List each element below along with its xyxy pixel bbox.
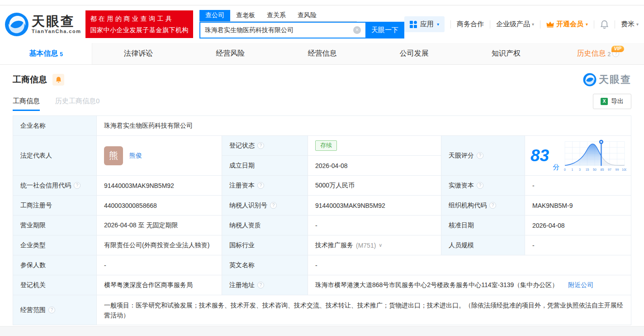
business-info-table: 企业名称 珠海君实生物医药科技有限公司 法定代表人 熊 熊俊 登记状态 ? 存续… <box>13 115 631 325</box>
business-scope-label-cell: 经营范围 ? <box>13 295 97 325</box>
search-tab-company[interactable]: 查公司 <box>199 10 230 21</box>
subtab-history-business-info[interactable]: 历史工商信息0 <box>55 97 99 111</box>
industry-value: 技术推广服务 <box>315 241 353 250</box>
search-row: × 天眼一下 <box>199 22 404 38</box>
nearby-companies-link[interactable]: 附近公司 <box>568 281 593 289</box>
tab-company-development[interactable]: 公司发展 <box>368 43 460 64</box>
subtab-business-info[interactable]: 工商信息 <box>13 97 40 111</box>
status-badge: 存续 <box>315 140 337 151</box>
subscribe-bell-icon[interactable] <box>52 74 64 86</box>
industry-code: (M751) <box>356 242 376 249</box>
reg-status-label-cell: 登记状态 ? <box>222 136 308 156</box>
subtab-row: 工商信息 历史工商信息0 X 导出 <box>13 94 631 111</box>
uscc-label-cell: 统一社会信用代码 ? <box>13 176 97 196</box>
est-date-value: 2026-04-08 <box>308 156 441 176</box>
brand-name: 天眼查 <box>32 14 81 28</box>
business-term-label: 营业期限 <box>13 216 97 235</box>
tab-label: 法律诉讼 <box>124 49 153 58</box>
legal-rep-cell: 熊 熊俊 <box>97 136 222 176</box>
company-tab-bar: 基本信息 5 法律诉讼 经营风险 经营信息 公司发展 知识产权 VIP 历史信息… <box>0 43 644 65</box>
brand-slogan: 都在用的商业查询工具 国家中小企业发展子基金旗下机构 <box>85 10 193 38</box>
reg-status-label: 登记状态 <box>229 142 255 150</box>
brand-domain: TianYanCha.com <box>32 29 81 34</box>
english-name-label: 英文名称 <box>222 255 308 275</box>
tab-count: 5 <box>60 51 63 58</box>
help-icon[interactable]: ? <box>477 182 483 189</box>
legal-rep-avatar[interactable]: 熊 <box>104 146 123 165</box>
open-vip-button[interactable]: 开通会员 ▾ <box>546 20 588 29</box>
export-button[interactable]: X 导出 <box>593 94 631 109</box>
search-tab-boss[interactable]: 查老板 <box>230 10 261 21</box>
search-tab-risk[interactable]: 查风险 <box>292 10 322 21</box>
help-icon[interactable]: ? <box>257 142 264 149</box>
company-name-value: 珠海君实生物医药科技有限公司 <box>97 116 631 136</box>
nav-divider <box>450 20 451 29</box>
company-type-label: 企业类型 <box>13 235 97 255</box>
staff-size-value: - <box>525 235 631 255</box>
score-distribution-chart: 0 1 3 15 50 85 97 99 100 <box>563 138 626 173</box>
taxpayer-id-label: 纳税人识别号 <box>229 202 267 210</box>
help-icon[interactable]: ? <box>270 202 277 209</box>
excel-icon: X <box>601 98 608 105</box>
legal-rep-link[interactable]: 熊俊 <box>129 152 142 160</box>
section-header: 工商信息 天眼查 <box>0 73 644 86</box>
enterprise-label: 企业级产品 <box>496 20 530 29</box>
username: 费米 <box>621 20 635 29</box>
search-tab-relation[interactable]: 查关系 <box>261 10 292 21</box>
svg-text:85: 85 <box>601 168 604 171</box>
apps-menu-button[interactable]: 应用 ▾ <box>404 16 445 32</box>
nav-cooperation[interactable]: 商务合作 <box>457 20 484 29</box>
help-icon[interactable]: ? <box>489 202 496 209</box>
chevron-down-icon: ▾ <box>437 22 439 27</box>
help-icon[interactable]: ? <box>48 307 55 313</box>
section-title: 工商信息 <box>13 74 47 86</box>
reg-authority-value: 横琴粤澳深度合作区商事服务局 <box>97 275 222 295</box>
tab-operating-info[interactable]: 经营信息 <box>276 43 368 64</box>
help-icon[interactable]: ? <box>74 182 80 189</box>
user-menu[interactable]: 费米 ▾ <box>621 20 639 29</box>
search-button[interactable]: 天眼一下 <box>365 22 404 38</box>
score-label: 天眼评分 <box>449 152 474 160</box>
business-info-section: 工商信息 天眼查 工商信息 历史工商信息0 X 导出 企业名称 珠海君实生物医药… <box>0 65 644 325</box>
watermark-text: 天眼查 <box>599 73 631 86</box>
help-icon[interactable]: ? <box>257 282 264 288</box>
address-cell: 珠海市横琴港澳大道868号市民服务中心2号楼政务服务中心114室-3139（集中… <box>308 275 631 295</box>
tab-intellectual-property[interactable]: 知识产权 <box>460 43 552 64</box>
svg-text:50: 50 <box>593 168 597 171</box>
business-scope-label: 经营范围 <box>20 306 46 314</box>
approval-date-label: 核准日期 <box>441 216 525 235</box>
industry-cell: 技术推广服务 (M751) ∨ <box>308 235 441 255</box>
industry-label: 国标行业 <box>222 235 308 255</box>
watermark-logo-icon <box>583 73 597 86</box>
svg-text:1: 1 <box>572 168 573 171</box>
svg-text:15: 15 <box>586 168 589 171</box>
export-label: 导出 <box>611 97 624 106</box>
score-unit: 分 <box>553 163 559 172</box>
tianyancha-logo-icon <box>5 12 29 37</box>
org-code-label-cell: 组织机构代码 ? <box>441 196 525 216</box>
paid-capital-label: 实缴资本 <box>449 182 474 190</box>
english-name-value: - <box>308 255 631 275</box>
tab-legal-litigation[interactable]: 法律诉讼 <box>92 43 184 64</box>
search-box: 查公司 查老板 查关系 查风险 × 天眼一下 <box>199 10 404 38</box>
search-input[interactable] <box>199 22 365 38</box>
address-label-cell: 注册地址 ? <box>222 275 308 295</box>
business-term-value: 2026-04-08 至 无固定期限 <box>97 216 222 235</box>
clear-icon[interactable]: × <box>353 26 361 34</box>
tianyancha-logo[interactable]: 天眼查 TianYanCha.com <box>5 12 81 37</box>
reg-authority-label: 登记机关 <box>13 275 97 295</box>
paid-capital-value: - <box>525 176 631 196</box>
tab-label: 知识产权 <box>492 49 521 58</box>
chevron-down-icon[interactable]: ∨ <box>379 242 382 248</box>
help-icon[interactable]: ? <box>257 182 264 189</box>
chevron-down-icon: ▾ <box>636 22 639 27</box>
tab-history-info[interactable]: VIP 历史信息 2 ? <box>552 43 644 64</box>
tab-operating-risk[interactable]: 经营风险 <box>185 43 276 64</box>
search-tabs: 查公司 查老板 查关系 查风险 <box>199 10 357 22</box>
tab-basic-info[interactable]: 基本信息 5 <box>0 43 92 64</box>
tab-label: 经营风险 <box>216 49 245 58</box>
nav-enterprise-products[interactable]: 企业级产品 ▾ <box>496 20 534 29</box>
notification-bell-icon[interactable] <box>600 20 609 29</box>
help-icon[interactable]: ? <box>477 152 483 159</box>
chevron-down-icon: ▾ <box>532 22 534 27</box>
